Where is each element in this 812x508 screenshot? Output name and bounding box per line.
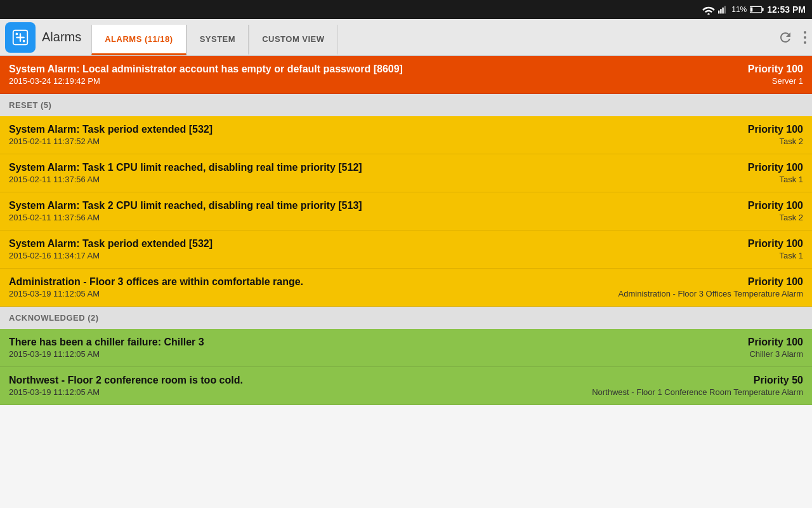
alarm-info-right: Priority 100Task 1 bbox=[702, 238, 803, 260]
svg-point-10 bbox=[804, 31, 806, 34]
tab-bar: ALARMS (11/18) SYSTEM CUSTOM VIEW bbox=[91, 19, 778, 55]
alarm-source: Task 2 bbox=[702, 213, 803, 222]
alarm-info-right: Priority 100Administration - Floor 3 Off… bbox=[619, 276, 803, 298]
section-header: ACKNOWLEDGED (2) bbox=[0, 307, 812, 329]
svg-point-12 bbox=[804, 41, 806, 44]
alarm-info-right: Priority 100Server 1 bbox=[702, 64, 803, 86]
alarm-info-left: System Alarm: Task period extended [532]… bbox=[9, 238, 702, 260]
alarm-title: System Alarm: Task 1 CPU limit reached, … bbox=[9, 162, 702, 173]
alarm-item[interactable]: System Alarm: Task period extended [532]… bbox=[0, 116, 812, 154]
app-logo-icon bbox=[11, 28, 30, 47]
time-display: 12:53 PM bbox=[767, 4, 806, 15]
top-actions bbox=[778, 30, 807, 45]
alarm-source: Administration - Floor 3 Offices Tempera… bbox=[619, 289, 803, 298]
alarm-info-right: Priority 100Task 2 bbox=[702, 200, 803, 222]
svg-point-9 bbox=[23, 39, 25, 42]
alarm-item[interactable]: Northwest - Floor 2 conference room is t… bbox=[0, 367, 812, 405]
alarm-time: 2015-02-11 11:37:52 AM bbox=[9, 137, 702, 146]
alarm-priority: Priority 100 bbox=[702, 124, 803, 135]
top-bar: Alarms ALARMS (11/18) SYSTEM CUSTOM VIEW bbox=[0, 19, 812, 56]
alarm-info-right: Priority 100Chiller 3 Alarm bbox=[702, 337, 803, 359]
alarm-title: System Alarm: Task period extended [532] bbox=[9, 124, 702, 135]
svg-rect-2 bbox=[723, 8, 724, 14]
tab-custom-view[interactable]: CUSTOM VIEW bbox=[249, 25, 337, 55]
svg-rect-0 bbox=[718, 11, 719, 14]
signal-icon bbox=[718, 4, 728, 15]
battery-percent: 11% bbox=[731, 5, 747, 14]
alarm-info-left: System Alarm: Task period extended [532]… bbox=[9, 124, 702, 146]
alarm-info-left: System Alarm: Task 1 CPU limit reached, … bbox=[9, 162, 702, 184]
alarm-priority: Priority 100 bbox=[619, 276, 803, 288]
alarm-source: Chiller 3 Alarm bbox=[702, 349, 803, 359]
alarm-info-right: Priority 100Task 2 bbox=[702, 124, 803, 146]
refresh-icon[interactable] bbox=[778, 30, 793, 45]
alarm-title: System Alarm: Local administrator accoun… bbox=[9, 64, 702, 75]
app-icon bbox=[5, 22, 36, 53]
alarm-time: 2015-02-16 11:34:17 AM bbox=[9, 251, 702, 260]
alarm-item[interactable]: System Alarm: Task period extended [532]… bbox=[0, 231, 812, 269]
alarm-priority: Priority 100 bbox=[702, 200, 803, 211]
alarm-priority: Priority 100 bbox=[702, 162, 803, 173]
svg-rect-5 bbox=[763, 8, 764, 11]
alarm-time: 2015-02-11 11:37:56 AM bbox=[9, 213, 702, 222]
alarm-item[interactable]: System Alarm: Task 1 CPU limit reached, … bbox=[0, 154, 812, 192]
battery-icon bbox=[750, 6, 764, 13]
alarm-item[interactable]: Administration - Floor 3 offices are wit… bbox=[0, 269, 812, 307]
alarm-priority: Priority 100 bbox=[702, 64, 803, 75]
alarm-item[interactable]: There has been a chiller failure: Chille… bbox=[0, 329, 812, 367]
tab-system[interactable]: SYSTEM bbox=[187, 25, 249, 55]
alarm-item[interactable]: System Alarm: Local administrator accoun… bbox=[0, 56, 812, 94]
status-bar: 11% 12:53 PM bbox=[0, 0, 812, 19]
alarm-source: Task 1 bbox=[702, 251, 803, 260]
alarm-title: System Alarm: Task 2 CPU limit reached, … bbox=[9, 200, 702, 211]
more-options-icon[interactable] bbox=[803, 30, 807, 45]
svg-point-8 bbox=[16, 32, 18, 35]
alarm-title: There has been a chiller failure: Chille… bbox=[9, 337, 702, 348]
alarm-info-left: Northwest - Floor 2 conference room is t… bbox=[9, 375, 592, 397]
alarm-item[interactable]: System Alarm: Task 2 CPU limit reached, … bbox=[0, 192, 812, 231]
alarm-priority: Priority 100 bbox=[702, 337, 803, 348]
alarm-priority: Priority 50 bbox=[592, 375, 803, 386]
alarm-info-right: Priority 100Task 1 bbox=[702, 162, 803, 184]
tab-alarms[interactable]: ALARMS (11/18) bbox=[91, 25, 186, 55]
alarms-list: System Alarm: Local administrator accoun… bbox=[0, 56, 812, 508]
alarm-time: 2015-03-19 11:12:05 AM bbox=[9, 289, 619, 298]
svg-rect-1 bbox=[720, 9, 721, 13]
wifi-icon bbox=[702, 4, 715, 15]
alarm-title: System Alarm: Task period extended [532] bbox=[9, 238, 702, 250]
alarm-source: Northwest - Floor 1 Conference Room Temp… bbox=[592, 387, 803, 397]
svg-rect-3 bbox=[724, 6, 726, 13]
alarm-info-left: System Alarm: Task 2 CPU limit reached, … bbox=[9, 200, 702, 222]
app-title: Alarms bbox=[42, 30, 81, 44]
alarm-info-left: Administration - Floor 3 offices are wit… bbox=[9, 276, 619, 298]
alarm-time: 2015-03-24 12:19:42 PM bbox=[9, 76, 702, 86]
alarm-time: 2015-02-11 11:37:56 AM bbox=[9, 175, 702, 184]
alarm-title: Northwest - Floor 2 conference room is t… bbox=[9, 375, 592, 386]
status-icons: 11% 12:53 PM bbox=[702, 4, 806, 15]
svg-rect-6 bbox=[750, 7, 752, 11]
section-header: RESET (5) bbox=[0, 94, 812, 116]
alarm-source: Server 1 bbox=[702, 76, 803, 86]
alarm-source: Task 2 bbox=[702, 137, 803, 146]
alarm-source: Task 1 bbox=[702, 175, 803, 184]
alarm-time: 2015-03-19 11:12:05 AM bbox=[9, 349, 702, 359]
alarm-info-left: There has been a chiller failure: Chille… bbox=[9, 337, 702, 359]
alarm-time: 2015-03-19 11:12:05 AM bbox=[9, 387, 592, 397]
alarm-priority: Priority 100 bbox=[702, 238, 803, 250]
alarm-info-right: Priority 50Northwest - Floor 1 Conferenc… bbox=[592, 375, 803, 397]
alarm-title: Administration - Floor 3 offices are wit… bbox=[9, 276, 619, 288]
svg-point-11 bbox=[804, 36, 806, 39]
alarm-info-left: System Alarm: Local administrator accoun… bbox=[9, 64, 702, 86]
